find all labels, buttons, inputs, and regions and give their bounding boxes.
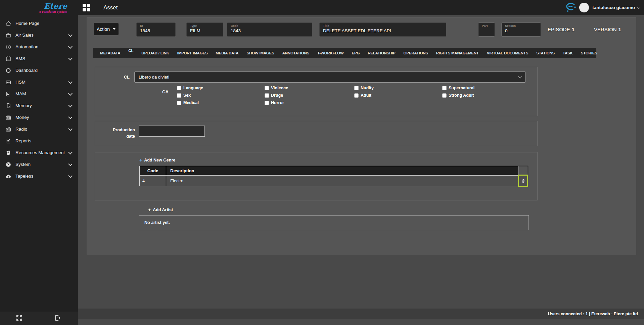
- tab-epg[interactable]: EPG: [352, 51, 360, 55]
- tab-task[interactable]: TASK: [563, 51, 573, 55]
- genre-col-code: Code: [139, 166, 166, 175]
- trash-icon: [521, 178, 525, 183]
- sidebar-item-tapeless[interactable]: Tapeless: [0, 170, 78, 182]
- tab-annotations[interactable]: ANNOTATIONS: [282, 51, 309, 55]
- tab-stories[interactable]: STORIES: [581, 51, 597, 55]
- checkbox-adult[interactable]: Adult: [354, 93, 371, 98]
- play-circle-icon: [5, 44, 12, 50]
- chevron-down-icon: [518, 75, 522, 78]
- code-field[interactable]: Code 1843: [227, 22, 312, 37]
- genre-row[interactable]: 4 Electro: [139, 175, 529, 188]
- checkbox-horror[interactable]: Horror: [265, 100, 284, 105]
- part-field[interactable]: Part: [478, 22, 495, 37]
- field-value: FILM: [190, 28, 220, 33]
- sidebar-item-dashboard[interactable]: Dashboard: [0, 64, 78, 76]
- sidebar-item-label: HSM: [15, 80, 26, 85]
- checkbox-strong-adult[interactable]: Strong Adult: [442, 93, 474, 98]
- checkbox-violence[interactable]: Violence: [265, 86, 288, 90]
- season-field[interactable]: Season 0: [501, 22, 541, 37]
- sidebar-item-label: Resources Management: [15, 150, 65, 155]
- calendar-icon: [5, 56, 12, 62]
- checkbox-nudity[interactable]: Nudity: [354, 86, 374, 90]
- circle-icon: [5, 67, 12, 74]
- sidebar-item-mam[interactable]: MAM: [0, 88, 78, 100]
- add-new-genre-button[interactable]: + Add New Genre: [139, 158, 175, 162]
- etere-logo-icon: [564, 2, 577, 13]
- production-date-value: [139, 129, 142, 134]
- checkbox-medical[interactable]: Medical: [177, 100, 199, 105]
- genre-section: + Add New Genre Code Description 4 Elect…: [95, 152, 538, 200]
- radio-icon: [5, 126, 12, 132]
- sidebar-item-system[interactable]: System: [0, 158, 78, 170]
- sidebar-item-label: Automation: [15, 44, 38, 49]
- chevron-down-icon: [68, 162, 73, 166]
- fullscreen-button[interactable]: [15, 314, 23, 322]
- tab-cl[interactable]: CL: [128, 49, 133, 53]
- artist-empty-text: No artist yet.: [139, 216, 528, 230]
- sidebar-item-automation[interactable]: Automation: [0, 41, 78, 53]
- status-text: Users connected : 1 | Etereweb - Etere p…: [548, 312, 638, 316]
- tab-import-images[interactable]: IMPORT IMAGES: [177, 51, 208, 55]
- caret-down-icon: [113, 28, 116, 30]
- sidebar-item-label: Money: [15, 115, 29, 120]
- tab-metadata[interactable]: METADATA: [100, 51, 120, 55]
- checkbox-drugs[interactable]: Drugs: [265, 93, 283, 98]
- gauge-icon: [5, 161, 12, 168]
- tab-upload-link[interactable]: UPLOAD / LINK: [141, 51, 169, 55]
- tab-stations[interactable]: STATIONS: [536, 51, 555, 55]
- sidebar-item-bms[interactable]: BMS: [0, 53, 78, 64]
- field-label: ID: [140, 24, 172, 28]
- add-new-genre-label: Add New Genre: [144, 158, 175, 162]
- field-label: Season: [505, 24, 537, 28]
- field-label: Type: [190, 24, 220, 28]
- sidebar-item-memory[interactable]: Memory: [0, 100, 78, 111]
- app-window: Etere A consisten system Home Page Air S…: [0, 0, 644, 325]
- sidebar-item-resources-management[interactable]: Resources Management: [0, 147, 78, 158]
- delete-genre-button[interactable]: [518, 175, 528, 187]
- tab-virtual-documents[interactable]: VIRTUAL DOCUMENTS: [487, 51, 528, 55]
- action-menu-label: Action: [97, 27, 110, 32]
- logout-button[interactable]: [54, 314, 61, 322]
- production-date-input[interactable]: [139, 126, 205, 137]
- checkbox-sex[interactable]: Sex: [177, 93, 191, 98]
- sidebar-item-label: System: [15, 162, 31, 167]
- user-menu[interactable]: tantalocco giacomo: [592, 5, 635, 10]
- checkbox-label: Medical: [183, 100, 199, 105]
- type-field[interactable]: Type FILM: [186, 22, 223, 37]
- cash-register-icon: [5, 114, 12, 121]
- episode-label: EPISODE: [548, 27, 570, 32]
- sidebar-item-radio[interactable]: Radio: [0, 123, 78, 135]
- cl-select[interactable]: Libero da divieti: [134, 72, 526, 83]
- tab-operations[interactable]: OPERATIONS: [404, 51, 428, 55]
- checkbox-supernatural[interactable]: Supernatural: [442, 86, 474, 90]
- add-artist-button[interactable]: + Add Artist: [148, 207, 173, 212]
- id-field[interactable]: ID 1845: [136, 22, 176, 37]
- chevron-down-icon: [68, 44, 73, 49]
- field-label: Part: [482, 24, 491, 28]
- sidebar-item-money[interactable]: Money: [0, 111, 78, 123]
- tab-t-workflow[interactable]: T-WORKFLOW: [317, 51, 343, 55]
- checkbox-label: Nudity: [361, 86, 374, 90]
- report-icon: [5, 138, 12, 144]
- tab-rights-management[interactable]: RIGHTS MANAGEMENT: [436, 51, 479, 55]
- sidebar-item-hsm[interactable]: HSM: [0, 76, 78, 88]
- action-menu-button[interactable]: Action: [94, 23, 119, 35]
- chevron-down-icon: [68, 150, 73, 154]
- tab-media-data[interactable]: MEDIA DATA: [216, 51, 238, 55]
- tab-show-images[interactable]: SHOW IMAGES: [246, 51, 274, 55]
- sidebar-item-home-page[interactable]: Home Page: [0, 17, 78, 29]
- tab-relationship[interactable]: RELATIONSHIP: [368, 51, 395, 55]
- sidebar-item-reports[interactable]: Reports: [0, 135, 78, 147]
- apps-grid-icon[interactable]: [83, 4, 91, 12]
- sidebar-item-label: Radio: [15, 127, 27, 132]
- chevron-down-icon: [68, 174, 73, 178]
- asset-header-row: Action ID 1845 Type FILM Code 1843: [87, 18, 636, 41]
- genre-code-cell: 4: [139, 175, 166, 186]
- checkbox-language[interactable]: Language: [177, 86, 203, 90]
- sidebar-item-air-sales[interactable]: Air Sales: [0, 29, 78, 41]
- title-field[interactable]: Title DELETE ASSET EDL ETERE API: [319, 22, 446, 37]
- genre-table: Code Description 4 Electro: [139, 166, 529, 188]
- plus-icon: +: [139, 158, 142, 162]
- cl-label: CL: [95, 72, 134, 83]
- avatar[interactable]: [579, 3, 589, 12]
